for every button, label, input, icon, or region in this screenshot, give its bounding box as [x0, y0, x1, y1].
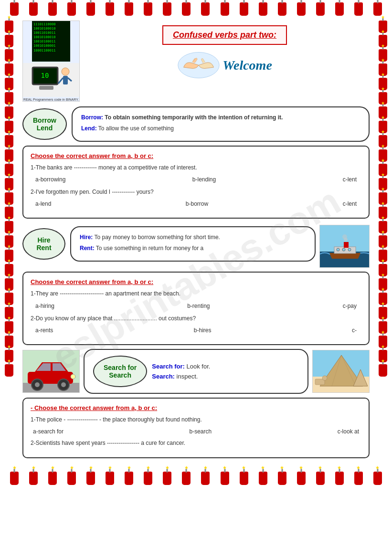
fc-right-25	[379, 364, 387, 377]
firecracker-bottom-12	[221, 472, 229, 485]
border-left	[0, 18, 18, 379]
firecracker-bottom-15	[278, 472, 286, 485]
exercise1-q2: 2-I've forgotten my pen. Could I -------…	[31, 188, 361, 197]
fc-left-25	[5, 364, 13, 377]
search-definition-section: Search for Search Search for: Look for. …	[84, 349, 308, 394]
svg-rect-12	[344, 242, 349, 248]
programmer-figure: 10	[23, 63, 79, 97]
search-images-row: Search for Search Search for: Look for. …	[22, 349, 370, 394]
svg-point-24	[61, 382, 66, 387]
lend-def-text: To allow the use of something	[98, 125, 174, 132]
word-borrow: Borrow	[33, 116, 56, 124]
hire-rent-section: Hire Rent Hire: To pay money to borrow s…	[22, 226, 316, 262]
search-term: Search:	[152, 373, 175, 380]
firecracker-top-1	[10, 2, 19, 16]
welcome-area: Welcome	[177, 50, 272, 81]
exercise2-title: Choose the correct answer from a, b or c…	[31, 278, 361, 285]
exercise2-q1-answers: a-hiring b-renting c-pay	[31, 303, 361, 309]
exercise1-q1-a: a-borrowing	[35, 176, 65, 183]
firecracker-bottom-10	[182, 472, 191, 485]
rent-def-text: To use something in return for money for…	[96, 245, 203, 252]
border-bottom	[0, 469, 392, 487]
svg-text:10: 10	[41, 72, 49, 79]
firecracker-bottom-7	[125, 472, 133, 485]
exercise1-q1-answers: a-borrowing b-lending c-lent	[31, 176, 361, 183]
firecracker-top-13	[240, 2, 248, 16]
hire-def-text: To pay money to borrow something for sho…	[94, 234, 220, 241]
rent-term: Rent:	[80, 245, 95, 252]
firecracker-bottom-20	[373, 472, 382, 485]
firecracker-top-6	[106, 2, 114, 16]
firecracker-top-14	[259, 2, 267, 16]
hire-term: Hire:	[80, 234, 93, 241]
handshake-icon	[177, 50, 220, 81]
word-lend: Lend	[33, 124, 56, 132]
exercise3-q2: 2-Scientists have spent years ----------…	[31, 439, 361, 448]
programmer-caption: REAL Programmers code in BINARY.	[23, 98, 79, 101]
exercise1-q2-b: b-borrow	[186, 200, 208, 207]
border-right	[374, 18, 392, 379]
exercise2-q1-b: b-renting	[187, 303, 210, 309]
svg-point-17	[348, 248, 351, 251]
hire-definition: Hire: To pay money to borrow something f…	[80, 233, 306, 242]
header-center: Confused verbs part two: Welcome	[80, 21, 370, 81]
exercise3-q1-a: a-search for	[33, 428, 64, 435]
svg-line-7	[68, 78, 72, 81]
hire-rent-row: Hire Rent Hire: To pay money to borrow s…	[22, 222, 370, 268]
word-search-for: Search for	[104, 364, 137, 371]
exercise3-q1-c: c-look at	[338, 428, 359, 435]
left-programmer-image: 11101110000 10010100010 10011010011 1001…	[22, 21, 80, 102]
exercise2-q1-c: c-pay	[343, 303, 357, 309]
exercise1-q2-answers: a-lend b-borrow c-lent	[31, 200, 361, 207]
word-rent: Rent	[33, 244, 55, 252]
welcome-text: Welcome	[222, 58, 272, 73]
firecracker-bottom-18	[335, 472, 344, 485]
firecracker-top-2	[29, 2, 38, 16]
firecracker-top-18	[335, 2, 344, 16]
firecracker-top-8	[144, 2, 152, 16]
borrow-def-text: To obtain something temporarily with the…	[105, 114, 283, 121]
firecracker-top-9	[163, 2, 171, 16]
exercise2-section: Choose the correct answer from a, b or c…	[22, 272, 370, 345]
exercise3-q1-b: b-search	[189, 428, 212, 435]
firecracker-bottom-11	[201, 472, 210, 485]
firecracker-top-16	[297, 2, 306, 16]
exercise1-q1-c: c-lent	[343, 176, 357, 183]
exercise1-q1: 1-The banks are ------------ money at a …	[31, 163, 361, 172]
firecracker-top-10	[182, 2, 191, 16]
binary-display: 11101110000 10010100010 10011010011 1001…	[32, 21, 70, 62]
hire-rent-oval: Hire Rent	[22, 228, 65, 260]
exercise3-section: - Choose the correct answer from a, b or…	[22, 398, 370, 458]
firecracker-top-3	[48, 2, 57, 16]
firecracker-bottom-14	[259, 472, 267, 485]
firecracker-bottom-19	[354, 472, 363, 485]
exercise2-q2-c: c-	[352, 327, 357, 334]
firecracker-top-11	[201, 2, 210, 16]
svg-point-14	[342, 234, 347, 239]
search-inner: Search for Search Search for: Look for. …	[93, 356, 299, 387]
exercise2-q2-answers: a-rents b-hires c-	[31, 327, 361, 334]
exercise1-section: Choose the correct answer from a, b or c…	[22, 146, 370, 219]
firecracker-top-7	[125, 2, 133, 16]
svg-point-15	[337, 248, 339, 251]
exercise2-q1: 1-They are ----------------------- an ap…	[31, 289, 361, 298]
firecracker-bottom-8	[144, 472, 152, 485]
search-for-text: Look for.	[187, 363, 211, 370]
main-content: eslprintables.com 11101110000 1001010001…	[20, 18, 372, 464]
lend-term: Lend:	[81, 125, 97, 132]
word-search: Search	[104, 371, 137, 379]
page-title: Confused verbs part two:	[173, 30, 276, 40]
firecracker-bottom-6	[106, 472, 114, 485]
exercise1-q2-a: a-lend	[35, 200, 51, 207]
exercise3-q1: 1-The police - ---------------- - the pl…	[31, 415, 361, 424]
firecracker-bottom-1	[10, 472, 19, 485]
search-for-term: Search for:	[152, 363, 185, 370]
exercise2-q2-a: a-rents	[35, 327, 53, 334]
exercise2-q1-a: a-hiring	[35, 303, 54, 309]
firecracker-bottom-17	[316, 472, 325, 485]
car-image	[22, 350, 80, 393]
firecracker-bottom-3	[48, 472, 57, 485]
exercise3-title: - Choose the correct answer from a, b or…	[31, 404, 361, 411]
border-top	[0, 0, 392, 18]
firecracker-bottom-4	[67, 472, 76, 485]
